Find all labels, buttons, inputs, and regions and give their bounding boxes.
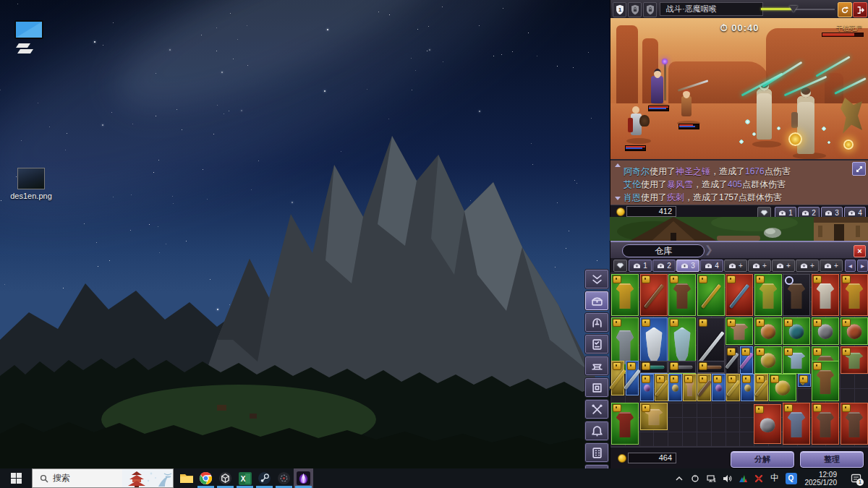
inventory-item-round-shield[interactable] — [754, 317, 782, 345]
inventory-item-horned-helmet[interactable] — [812, 317, 839, 345]
taskbar-clock[interactable]: 12:09 2025/1/20 — [802, 471, 842, 487]
tray-ime-indicator[interactable]: 中 — [770, 473, 780, 484]
taskbar-app-chrome[interactable] — [196, 468, 216, 488]
inventory-item-clasp[interactable] — [798, 374, 811, 387]
toolbar-collapse-button[interactable] — [584, 269, 609, 289]
taskbar-app-game-gear[interactable] — [274, 468, 294, 488]
inventory-item-red-mask[interactable] — [841, 317, 868, 345]
this-pc-icon[interactable] — [9, 16, 49, 56]
inventory-item-violet-amulet[interactable] — [712, 374, 726, 401]
warehouse-tab-add-1[interactable]: + — [724, 260, 747, 272]
warehouse-tab-4[interactable]: 4 — [700, 260, 723, 272]
warehouse-tab-1[interactable]: 1 — [629, 260, 652, 272]
tray-volume-icon[interactable] — [722, 473, 733, 484]
inventory-item-leather-armor[interactable] — [783, 274, 810, 316]
inventory-item-teal-helmet[interactable] — [783, 317, 810, 345]
refresh-button[interactable] — [838, 2, 852, 17]
inventory-item-hook[interactable] — [754, 374, 768, 401]
formation-shield-button[interactable]: 1 — [613, 2, 626, 17]
inventory-item-gauntlets[interactable] — [640, 403, 668, 430]
inventory-item-gold-buckler[interactable] — [754, 346, 782, 374]
inventory-item-demon-armor[interactable] — [611, 403, 639, 445]
inventory-item-teal-belt[interactable] — [640, 361, 668, 373]
tab-scroll-prev-button[interactable]: ◂ — [845, 260, 856, 272]
inventory-item-gloves[interactable] — [726, 317, 753, 345]
lock-slot-button-2b[interactable] — [643, 2, 657, 17]
taskbar-app-game-cube[interactable] — [216, 468, 235, 488]
toolbar-bell-button[interactable] — [584, 421, 609, 441]
action-center-icon[interactable]: 1 — [846, 468, 865, 488]
inventory-item-medal[interactable] — [668, 374, 682, 401]
inventory-item-plate-mail[interactable] — [783, 403, 810, 445]
exit-battle-button[interactable] — [853, 2, 867, 17]
battle-log[interactable]: 阿奇尔使用了神圣之锤，造成了1676点伤害艾伦使用了暴风雪，造成了405点群体伤… — [610, 159, 868, 205]
disassemble-button[interactable]: 分解 — [731, 451, 794, 468]
tray-q-app-icon[interactable]: Q — [786, 473, 797, 484]
toolbar-helmet-button[interactable] — [584, 312, 609, 333]
taskbar-app-steam[interactable] — [255, 468, 274, 488]
tab-scroll-next-button[interactable]: ▸ — [857, 260, 868, 272]
inventory-item-wand[interactable] — [697, 374, 711, 401]
tray-chevron-up-icon[interactable] — [674, 473, 685, 484]
inventory-item-white-robe[interactable] — [812, 274, 839, 316]
inventory-item-amulet[interactable] — [640, 374, 654, 401]
inventory-item-bell-charm[interactable] — [741, 374, 754, 401]
tray-pinwheel-icon[interactable] — [754, 473, 765, 484]
toolbar-warehouse-button[interactable] — [584, 291, 609, 311]
toolbar-forge-button[interactable] — [584, 356, 609, 376]
log-scroll-down[interactable] — [615, 197, 621, 200]
inventory-item-green-cloak[interactable] — [754, 274, 782, 316]
close-warehouse-button[interactable]: × — [854, 245, 866, 257]
toolbar-storage-box-button[interactable] — [584, 377, 609, 398]
inventory-item-brown-belt[interactable] — [697, 361, 725, 373]
inventory-item-blue-axe[interactable] — [726, 274, 753, 316]
lock-slot-button-1[interactable] — [628, 2, 642, 17]
log-expand-button[interactable] — [852, 162, 866, 176]
tray-ring-icon[interactable] — [690, 473, 701, 484]
inventory-item-blue-pauldron[interactable] — [783, 346, 810, 374]
inventory-item-gray-belt[interactable] — [668, 361, 696, 373]
inventory-grid[interactable] — [610, 273, 868, 447]
inventory-item-barrel-armor[interactable] — [812, 361, 839, 401]
inventory-item-steel-blade[interactable] — [626, 361, 639, 395]
inventory-item-gold-plate[interactable] — [841, 274, 868, 316]
sort-button[interactable]: 整理 — [800, 451, 864, 468]
toolbar-journal-button[interactable] — [584, 334, 609, 354]
tray-pc-manager-icon[interactable] — [738, 473, 749, 484]
log-scroll-up[interactable] — [615, 163, 621, 167]
search-box[interactable]: 搜索 — [32, 468, 174, 488]
inventory-item-gold-helm[interactable] — [769, 374, 796, 401]
inventory-item-gold-staff[interactable] — [611, 361, 624, 395]
inventory-item-dagger[interactable] — [726, 346, 739, 374]
inventory-item-doll[interactable] — [683, 374, 697, 401]
inventory-item-vest-2[interactable] — [841, 403, 868, 445]
speed-slider-handle[interactable] — [789, 6, 798, 12]
warehouse-tab-add-4[interactable]: + — [796, 260, 819, 272]
warehouse-tab-add-3[interactable]: + — [772, 260, 795, 272]
warehouse-tab-2[interactable]: 2 — [652, 260, 676, 272]
inventory-item-necklace[interactable] — [726, 374, 740, 401]
taskbar-app-file-explorer[interactable] — [176, 468, 196, 488]
inventory-item-brown-shirt[interactable] — [668, 274, 696, 316]
toolbar-quests-button[interactable] — [584, 442, 609, 463]
warehouse-tab-add-2[interactable]: + — [748, 260, 771, 272]
inventory-item-crossbow[interactable] — [640, 274, 668, 316]
inventory-item-green-gloves[interactable] — [841, 346, 868, 374]
desktop-file[interactable]: des1en.png — [6, 168, 56, 200]
inventory-item-vest[interactable] — [812, 403, 839, 445]
header-chevron-decoration: ❯ — [705, 244, 713, 255]
inventory-item-gold-cloak[interactable] — [611, 274, 639, 316]
battle-title[interactable]: 战斗·恶魔咽喉 — [660, 2, 763, 16]
warehouse-gem-button[interactable] — [613, 260, 627, 272]
toolbar-craft-button[interactable] — [584, 399, 609, 419]
inventory-item-purple-crystal[interactable] — [740, 346, 753, 374]
inventory-item-gray-helm[interactable] — [754, 404, 781, 444]
warehouse-tab-3[interactable]: 3 — [676, 260, 699, 272]
taskbar-app-excel[interactable]: X — [235, 468, 255, 488]
taskbar-app-game-active[interactable] — [294, 468, 313, 488]
inventory-item-gold-spear[interactable] — [697, 274, 725, 316]
inventory-item-rod[interactable] — [655, 374, 668, 401]
tray-network-icon[interactable] — [706, 473, 717, 484]
warehouse-tab-add-5[interactable]: + — [820, 260, 843, 272]
start-button[interactable] — [0, 468, 32, 488]
